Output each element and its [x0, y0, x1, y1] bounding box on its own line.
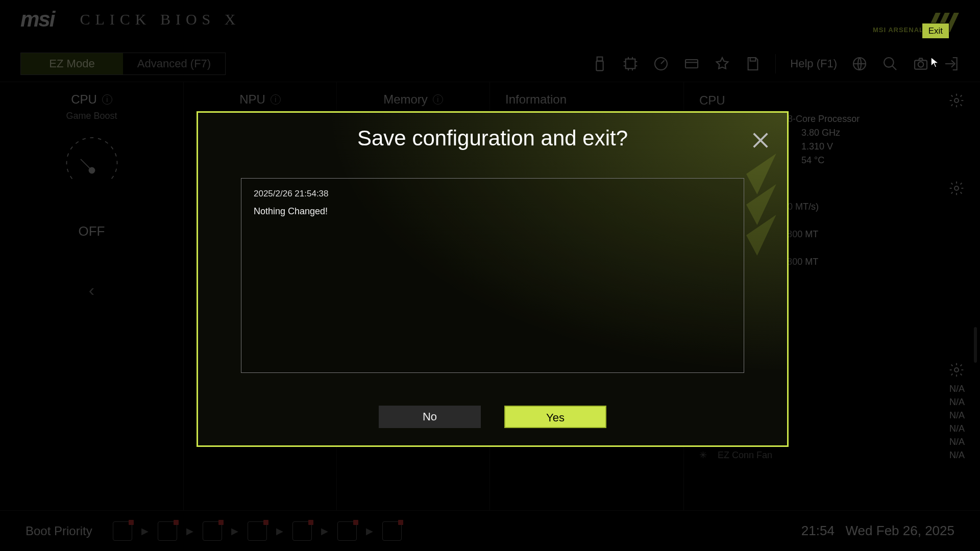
dialog-title: Save configuration and exit? [198, 126, 787, 151]
dialog-timestamp: 2025/2/26 21:54:38 [254, 188, 731, 200]
dialog-buttons: No Yes [198, 406, 787, 428]
yes-button[interactable]: Yes [504, 406, 606, 428]
save-exit-dialog: Save configuration and exit? 2025/2/26 2… [197, 111, 789, 447]
dialog-message: Nothing Changed! [254, 205, 731, 218]
close-icon[interactable] [750, 130, 771, 151]
dialog-changes-box: 2025/2/26 21:54:38 Nothing Changed! [241, 178, 744, 373]
no-button[interactable]: No [379, 406, 481, 428]
